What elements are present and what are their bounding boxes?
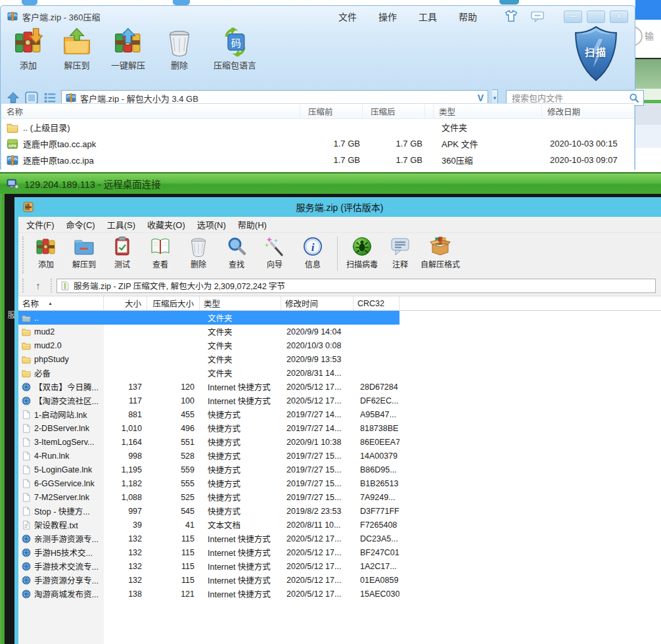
toolbar-button-test[interactable]: 测试 [103,235,141,269]
menubar-item[interactable]: 收藏夹(O) [141,218,191,231]
menubar-item[interactable]: 选项(N) [191,218,232,231]
column-header-name[interactable]: 名称 [1,104,300,118]
column-header-date[interactable]: 修改日期 [542,104,634,118]
file-row[interactable]: 必备文件夹2020/8/31 14... [18,366,661,380]
size-cell: 117 [104,396,147,405]
toolbar-separator [337,237,338,271]
file-row[interactable]: 手游技术交流专...132115Internet 快捷方式2020/5/12 1… [18,559,661,573]
archive-path-combo[interactable]: 服务端.zip - ZIP 压缩文件, 解包大小为 2,309,072,242 … [57,279,656,293]
column-header-name[interactable]: 名称 ▲ [18,296,104,310]
trash-icon [165,28,194,57]
toolbar-button-find[interactable]: 查找 [217,235,256,269]
toolbar-button-wizard[interactable]: 向导 [256,235,294,269]
column-header-before[interactable]: 压缩前 [300,104,363,118]
column-header-after[interactable]: 压缩后 [363,104,425,118]
column-header-crc32[interactable]: CRC32 [353,296,399,310]
modified-time-cell: 2020/5/12 17... [281,576,353,585]
close-button[interactable]: × [610,11,628,23]
menubar-item[interactable]: 命令(C) [60,218,101,231]
type-cell: 快捷方式 [200,422,281,434]
file-row[interactable]: 【淘游交流社区...117100Internet 快捷方式2020/5/12 1… [18,394,661,407]
toolbar-grip-handle[interactable] [22,237,24,273]
file-row[interactable]: 1-启动网站.lnk881455快捷方式2019/7/27 14...A95B4… [18,407,661,421]
file-row[interactable]: 手游H5技术交...132115Internet 快捷方式2020/5/12 1… [18,545,661,559]
toolbar-button-view[interactable]: 查看 [141,235,179,269]
winrar-logo-icon [23,202,34,212]
packed-size-cell: 455 [147,410,200,419]
toolbar-button-info[interactable]: i信息 [294,235,332,269]
menubar-item[interactable]: 文件 [338,10,357,23]
minimize-button[interactable]: — [564,11,582,23]
toolbar-button-sfx[interactable]: 自解压格式 [419,235,461,269]
search-icon[interactable] [629,93,639,103]
winrar-titlebar[interactable]: 服务端.zip (评估版本) [18,197,661,217]
packed-size-cell: 528 [147,451,200,461]
file-row[interactable]: 淘游商城发布资...138121Internet 快捷方式2020/5/12 1… [18,587,661,601]
toolbar-button-comment[interactable]: 注释 [381,235,419,269]
column-header-mtime[interactable]: 修改时间 [281,296,353,310]
address-text: 客户端.zip - 解包大小为 3.4 GB [80,92,198,104]
file-row[interactable]: 4-Run.lnk998528快捷方式2019/7/27 15...14A003… [18,449,661,463]
file-row[interactable]: .. (上级目录)文件夹 [1,119,634,135]
column-header-type[interactable]: 类型 [434,104,542,118]
menubar-item[interactable]: 帮助(H) [232,218,273,231]
size-cell: 132 [104,534,147,543]
file-row[interactable]: ..文件夹 [18,311,661,325]
toolbar-button-add[interactable]: 添加 [14,28,43,71]
file-row[interactable]: mud2.0文件夹2020/10/3 0:08 [18,338,661,352]
menubar-item[interactable]: 文件(F) [20,218,60,231]
menubar-item[interactable]: 工具(S) [101,218,141,231]
toolbar-button-delete[interactable]: 删除 [179,235,217,269]
size-cell: 881 [104,410,147,419]
file-row[interactable]: 逐鹿中原tao.cc.ipa1.7 GB1.7 GB360压缩2020-10-0… [1,152,634,168]
file-name: 【双击】今日腾... [34,380,99,393]
scan-shield-button[interactable]: 扫描 [574,25,618,83]
toolbar-button-extract-to[interactable]: 解压到 [65,235,103,269]
address-grip-handle[interactable] [51,279,52,292]
toolbar-button-one-click-extract[interactable]: 一键解压 [111,28,145,71]
menubar-item[interactable]: 工具 [419,10,437,23]
file-row[interactable]: 3-ItemLogServ...1,164551快捷方式2020/9/1 10:… [18,435,661,449]
type-cell: Internet 快捷方式 [200,546,281,559]
menubar-item[interactable]: 帮助 [459,10,477,23]
address-grip-handle[interactable] [22,279,24,292]
menubar-item[interactable]: 操作 [378,10,397,23]
feedback-icon[interactable] [530,9,545,24]
toolbar-button-add[interactable]: 添加 [27,235,65,269]
column-header-size[interactable]: 大小 [104,296,147,310]
toolbar-button-extract-to[interactable]: 解压到 [62,28,91,71]
up-directory-button[interactable]: ↑ [28,280,48,291]
toolbar-button-virus-scan[interactable]: 扫描病毒 [343,235,381,269]
file-row[interactable]: 7-M2Server.lnk1,088525快捷方式2019/7/27 15..… [18,490,661,504]
file-row[interactable]: 5-LoginGate.lnk1,195559快捷方式2019/7/27 15.… [18,463,661,476]
file-row[interactable]: phpStudy文件夹2020/9/9 13:53 [18,352,661,366]
file-row[interactable]: 2-DBServer.lnk1,010496快捷方式2019/7/27 14..… [18,421,661,435]
maximize-button[interactable]: □ [587,11,605,23]
rdp-titlebar[interactable]: 129.204.189.113 - 远程桌面连接 [0,172,661,194]
toolbar-button-archive-language[interactable]: 码压缩包语言 [214,28,256,71]
info-icon: i [302,236,323,257]
menubar: 文件操作工具帮助 [338,10,477,23]
file-row[interactable]: Stop - 快捷方...997545快捷方式2019/8/2 23:53D3F… [18,504,661,518]
address-v-indicator[interactable]: V [478,93,484,103]
zip360-titlebar[interactable]: 客户端.zip - 360压缩 文件操作工具帮助 — □ × [1,6,635,25]
file-name-cell: 3-ItemLogServ... [18,438,104,447]
search-input[interactable] [511,93,629,104]
file-row[interactable]: APK逐鹿中原tao.cc.apk1.7 GB1.7 GBAPK 文件2020-… [1,135,634,152]
file-row[interactable]: 架设教程.txt3941文本文档2020/8/11 10...F7265408 [18,518,661,532]
skin-icon[interactable] [504,9,518,24]
file-row[interactable]: 6-GGService.lnk1,182555快捷方式2019/7/27 15.… [18,476,661,490]
file-row[interactable]: 手游资源分享专...132115Internet 快捷方式2020/5/12 1… [18,573,661,587]
file-row[interactable]: 【双击】今日腾...137120Internet 快捷方式2020/5/12 1… [18,380,661,394]
zipfile-icon [7,154,18,166]
file-row[interactable]: 亲测手游资源专...132115Internet 快捷方式2020/5/12 1… [18,532,661,545]
column-header-type[interactable]: 类型 [200,296,281,310]
column-header-packed[interactable]: 压缩后大小 [147,296,200,310]
size-cell: 132 [104,548,147,557]
file-row[interactable]: mud2文件夹2020/9/9 14:04 [18,325,661,338]
page-icon [22,465,31,474]
toolbar-button-delete[interactable]: 删除 [165,28,194,71]
page-icon [22,410,31,419]
modified-time-cell: 2019/8/2 23:53 [281,507,353,516]
modified-time-cell: 2020/10/3 0:08 [281,341,353,350]
